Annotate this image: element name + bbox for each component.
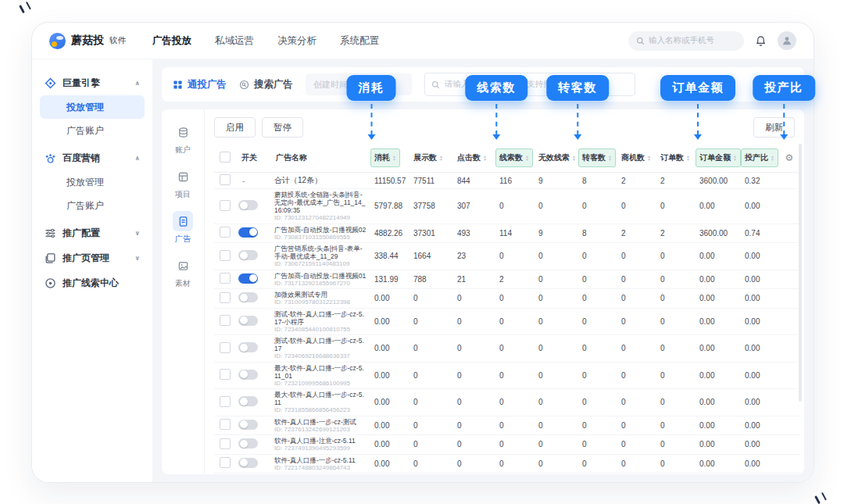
notification-bell-icon[interactable] — [755, 35, 767, 47]
refresh-button[interactable]: 刷新 — [753, 117, 795, 138]
sort-icon[interactable]: ▲▼ — [525, 155, 529, 162]
sort-icon[interactable]: ▲▼ — [647, 155, 651, 162]
rail-item-accounts[interactable]: 账户 — [166, 120, 200, 157]
row-checkbox[interactable] — [220, 250, 231, 261]
tab-search-ads[interactable]: 搜索广告 — [239, 78, 293, 91]
ad-status-toggle[interactable] — [238, 292, 258, 302]
rail-item-label: 项目 — [175, 189, 191, 200]
column-header-leads[interactable]: 线索数▲▼ — [494, 144, 533, 173]
pause-button[interactable]: 暂停 — [262, 117, 303, 138]
metric-cell: 0.00 — [369, 435, 408, 455]
column-header-invalid_leads[interactable]: 无效线索▲▼ — [533, 144, 577, 173]
row-checkbox[interactable] — [220, 174, 231, 185]
global-search-input[interactable]: 输入名称或手机号 — [628, 31, 744, 51]
row-checkbox[interactable] — [220, 315, 231, 326]
row-checkbox[interactable] — [220, 342, 231, 353]
metric-cell: 0 — [616, 189, 655, 224]
scrollbar[interactable] — [799, 144, 802, 402]
row-checkbox[interactable] — [220, 457, 231, 468]
column-header-converted[interactable]: 转客数▲▼ — [577, 144, 616, 173]
sort-icon[interactable]: ▲▼ — [572, 155, 576, 162]
sort-icon[interactable]: ▲▼ — [608, 155, 612, 162]
select-all-checkbox[interactable] — [220, 152, 231, 163]
ad-status-toggle[interactable] — [238, 458, 258, 468]
column-header-order_amount[interactable]: 订单金额▲▼ — [694, 144, 739, 173]
row-checkbox[interactable] — [220, 396, 231, 407]
ad-name[interactable]: 最大-软件-真人口播-一步-cz-5.11 — [274, 391, 367, 406]
row-checkbox[interactable] — [220, 369, 231, 380]
row-checkbox[interactable] — [220, 273, 231, 284]
nav-private-domain[interactable]: 私域运营 — [215, 34, 254, 48]
ad-status-toggle[interactable] — [238, 316, 258, 326]
ad-status-toggle[interactable] — [238, 250, 258, 260]
row-checkbox[interactable] — [220, 227, 231, 238]
sidebar-item-delivery-management-baidu[interactable]: 投放管理 — [40, 170, 145, 194]
ad-search-input[interactable]: 请输入广告名称或ID，支持批量搜索广告ID — [424, 73, 635, 96]
sidebar-group-label: 推广线索中心 — [63, 277, 119, 290]
sidebar-group-ocean-engine[interactable]: 巨量引擎 ∧ — [40, 70, 145, 95]
ad-status-toggle[interactable] — [238, 396, 258, 406]
row-checkbox[interactable] — [220, 292, 231, 303]
nav-system-config[interactable]: 系统配置 — [340, 34, 379, 48]
column-label: 开关 — [241, 152, 257, 163]
sidebar-group-promotion-config[interactable]: 推广配置 ∨ — [40, 220, 145, 245]
ad-status-toggle[interactable] — [238, 273, 258, 284]
sort-icon[interactable]: ▲▼ — [483, 155, 487, 162]
sort-icon[interactable]: ▲▼ — [733, 155, 737, 162]
enable-button[interactable]: 启用 — [214, 117, 256, 138]
ad-status-toggle[interactable] — [238, 200, 258, 210]
sort-icon[interactable]: ▲▼ — [392, 155, 396, 162]
column-header-clicks[interactable]: 点击数▲▼ — [452, 144, 494, 173]
ad-name[interactable]: 最大-软件-真人口播-一步-cz-5.11_01 — [274, 364, 367, 380]
nav-ad-delivery[interactable]: 广告投放 — [152, 34, 191, 48]
ad-status-toggle[interactable] — [238, 227, 258, 238]
create-time-picker[interactable]: 创建时间 请选择 — [306, 73, 412, 95]
sidebar-group-promotion-pages[interactable]: 推广页管理 ∨ — [40, 245, 145, 270]
metric-cell: 0 — [655, 454, 694, 474]
column-settings-gear-icon[interactable]: ⚙ — [785, 152, 794, 163]
sort-icon[interactable]: ▲▼ — [771, 155, 774, 162]
rail-item-materials[interactable]: 素材 — [166, 254, 200, 291]
ad-status-toggle[interactable] — [238, 342, 258, 352]
metric-cell: 307 — [452, 189, 494, 224]
filter-dropdown[interactable]: ▾ — [648, 73, 684, 95]
column-label: 商机数 — [621, 152, 645, 163]
rail-item-projects[interactable]: 项目 — [166, 165, 200, 202]
chevron-up-icon: ∧ — [135, 80, 141, 87]
row-checkbox[interactable] — [220, 200, 231, 211]
nav-decision-analysis[interactable]: 决策分析 — [277, 34, 316, 48]
column-header-impressions[interactable]: 展示数▲▼ — [408, 144, 452, 173]
ad-name[interactable]: 测试-软件-真人口播-一步-cz-5.17 — [274, 337, 367, 352]
ad-name[interactable]: 广告加商-自动投放-口播视频02 — [274, 226, 367, 234]
sidebar-item-ad-accounts-baidu[interactable]: 广告账户 — [40, 194, 145, 217]
ad-status-toggle[interactable] — [238, 438, 258, 449]
row-checkbox[interactable] — [220, 419, 231, 430]
ad-name[interactable]: 软件-真人口播-注意-cz-5.11 — [274, 437, 367, 445]
ad-name[interactable]: 广告加商-自动投放-口播视频01 — [274, 272, 367, 280]
sort-icon[interactable]: ▲▼ — [439, 155, 443, 162]
ad-name[interactable]: 软件-真人口播-一步-cz-5.11 — [274, 456, 367, 464]
sort-icon[interactable]: ▲▼ — [686, 155, 690, 162]
ad-name[interactable]: 软件-真人口播-一步-cz-测试 — [274, 418, 367, 426]
ad-status-toggle[interactable] — [238, 420, 258, 430]
sidebar-item-lead-center[interactable]: 推广线索中心 — [40, 270, 145, 295]
column-label: 广告名称 — [276, 152, 307, 163]
table-row: 测试-软件-真人口播-一步-cz-5.17ID: 723406921668863… — [214, 335, 800, 363]
sidebar-group-baidu-marketing[interactable]: 百度营销 ∧ — [40, 145, 145, 170]
ad-name[interactable]: 广告营销系统-头条|抖音-表单-手动-最优成本_11_29 — [274, 245, 367, 260]
ad-name[interactable]: 测试-软件-真人口播-一步-cz-5.17-小程序 — [274, 310, 367, 326]
row-checkbox[interactable] — [220, 438, 231, 449]
tab-general-ads[interactable]: 通投广告 — [173, 78, 227, 91]
ad-status-toggle[interactable] — [238, 370, 258, 380]
user-avatar[interactable] — [778, 31, 796, 50]
column-header-opportunities[interactable]: 商机数▲▼ — [616, 144, 655, 173]
column-header-roi[interactable]: 投产比▲▼ — [739, 144, 778, 173]
ad-name[interactable]: 蘑菇投系统-全链路-头条|抖音-无定向-最优成本_广告_11_14_16:09:… — [274, 191, 367, 214]
sidebar-item-ad-accounts[interactable]: 广告账户 — [40, 119, 145, 142]
ad-name[interactable]: 加微效果测试专用 — [274, 291, 367, 298]
tab-label: 搜索广告 — [254, 78, 293, 91]
column-header-orders[interactable]: 订单数▲▼ — [655, 144, 694, 173]
sidebar-item-delivery-management[interactable]: 投放管理 — [40, 95, 145, 119]
column-header-cost[interactable]: 消耗▲▼ — [369, 144, 408, 173]
rail-item-ads[interactable]: 广告 — [166, 209, 200, 246]
